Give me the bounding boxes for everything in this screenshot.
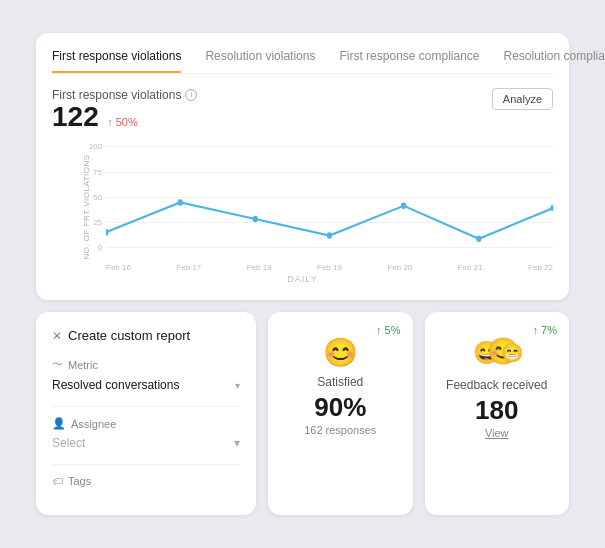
tab-resolution-compliance[interactable]: Resolution compliance — [504, 49, 605, 73]
chart-value-row: 122 ↑ 50% — [52, 102, 197, 133]
svg-point-6 — [550, 205, 553, 212]
chart-title-text: First response violations i — [52, 88, 197, 102]
assignee-placeholder-text: Select — [52, 436, 85, 450]
x-label-0: Feb 16 — [106, 263, 131, 272]
x-label-1: Feb 17 — [176, 263, 201, 272]
tags-icon: 🏷 — [52, 475, 63, 487]
x-label-6: Feb 22 — [528, 263, 553, 272]
custom-report-title: ✕ Create custom report — [52, 328, 240, 343]
chart-inner: 100 75 50 25 0 — [82, 142, 553, 272]
satisfied-label: Satisfied — [317, 375, 363, 389]
metric-field-section: 〜 Metric Resolved conversations ▾ — [52, 357, 240, 394]
feedback-card: ↑ 7% 😄 😊 😁 Feedback received 180 View — [425, 312, 570, 515]
feedback-value: 180 — [475, 396, 518, 425]
divider-2 — [52, 464, 240, 465]
analyze-button[interactable]: Analyze — [492, 88, 553, 110]
feedback-view-link[interactable]: View — [485, 427, 509, 439]
assignee-icon: 👤 — [52, 417, 66, 430]
metric-field-value[interactable]: Resolved conversations ▾ — [52, 376, 240, 394]
x-label-5: Feb 21 — [458, 263, 483, 272]
divider-1 — [52, 406, 240, 407]
satisfied-emoji: 😊 — [323, 336, 358, 369]
chart-value: 122 — [52, 101, 99, 132]
info-icon[interactable]: i — [185, 89, 197, 101]
metric-cards: ↑ 5% 😊 Satisfied 90% 162 responses ↑ 7% … — [268, 312, 569, 515]
satisfied-delta: ↑ 5% — [376, 324, 400, 336]
satisfied-sub: 162 responses — [304, 424, 376, 436]
tab-first-response-compliance[interactable]: First response compliance — [339, 49, 479, 73]
assignee-chevron-icon: ▾ — [234, 436, 240, 450]
x-labels: Feb 16 Feb 17 Feb 18 Feb 19 Feb 20 Feb 2… — [106, 263, 553, 272]
x-label-2: Feb 18 — [247, 263, 272, 272]
assignee-select[interactable]: Select ▾ — [52, 434, 240, 452]
chart-header: First response violations i 122 ↑ 50% An… — [52, 88, 553, 133]
svg-point-2 — [253, 216, 258, 223]
tabs: First response violations Resolution vio… — [52, 49, 553, 74]
feedback-label: Feedback received — [446, 378, 547, 392]
svg-point-3 — [327, 233, 332, 240]
svg-point-1 — [178, 200, 183, 207]
satisfied-card: ↑ 5% 😊 Satisfied 90% 162 responses — [268, 312, 413, 515]
chart-area: NO. OF FRT VIOLATIONS 100 75 50 25 0 — [52, 142, 553, 272]
chart-delta: ↑ 50% — [107, 116, 138, 128]
assignee-field-label: 👤 Assignee — [52, 417, 240, 430]
tab-first-response-violations[interactable]: First response violations — [52, 49, 181, 73]
assignee-field-section: 👤 Assignee Select ▾ — [52, 417, 240, 452]
main-container: First response violations Resolution vio… — [20, 17, 585, 532]
chart-card: First response violations Resolution vio… — [36, 33, 569, 301]
daily-label: DAILY — [52, 274, 553, 284]
close-icon[interactable]: ✕ — [52, 329, 62, 343]
satisfied-value: 90% — [314, 393, 366, 422]
metric-icon: 〜 — [52, 357, 63, 372]
metric-chevron-icon: ▾ — [235, 380, 240, 391]
feedback-emoji-stack: 😄 😊 😁 — [473, 336, 521, 372]
x-label-3: Feb 19 — [317, 263, 342, 272]
feedback-delta: ↑ 7% — [533, 324, 557, 336]
chart-title-group: First response violations i 122 ↑ 50% — [52, 88, 197, 133]
tags-field-label: 🏷 Tags — [52, 475, 240, 487]
metric-value-text: Resolved conversations — [52, 378, 179, 392]
line-chart-svg — [106, 142, 553, 252]
custom-report-label: Create custom report — [68, 328, 190, 343]
x-label-4: Feb 20 — [387, 263, 412, 272]
metric-field-label: 〜 Metric — [52, 357, 240, 372]
tags-field-section: 🏷 Tags — [52, 475, 240, 487]
custom-report-card: ✕ Create custom report 〜 Metric Resolved… — [36, 312, 256, 515]
svg-point-0 — [106, 229, 109, 236]
bottom-row: ✕ Create custom report 〜 Metric Resolved… — [36, 312, 569, 515]
svg-point-5 — [476, 236, 481, 243]
tab-resolution-violations[interactable]: Resolution violations — [205, 49, 315, 73]
svg-point-4 — [401, 203, 406, 210]
